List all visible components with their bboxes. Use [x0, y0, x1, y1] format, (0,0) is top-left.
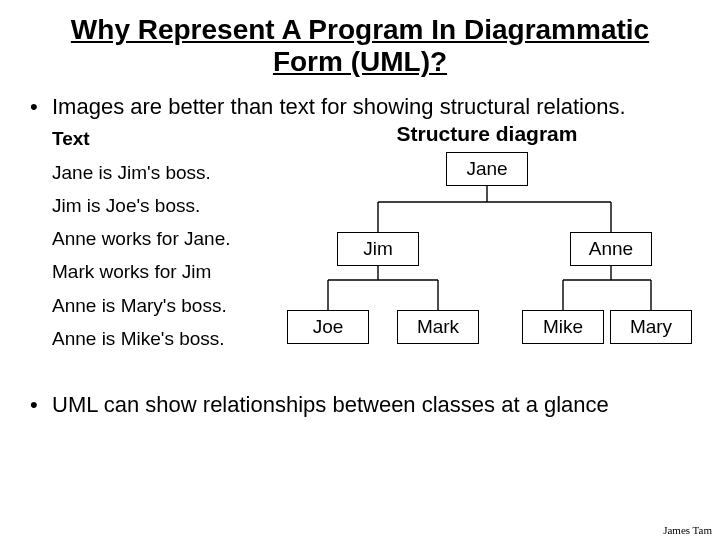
text-column-header: Text — [52, 122, 282, 155]
node-jane: Jane — [446, 152, 528, 186]
text-line: Jane is Jim's boss. — [52, 156, 282, 189]
node-anne: Anne — [570, 232, 652, 266]
author-footer: James Tam — [663, 524, 712, 536]
text-line: Mark works for Jim — [52, 255, 282, 288]
text-line: Jim is Joe's boss. — [52, 189, 282, 222]
structure-header: Structure diagram — [282, 122, 692, 146]
node-jim: Jim — [337, 232, 419, 266]
bullet-1: • Images are better than text for showin… — [0, 84, 720, 120]
bullet-1-text: Images are better than text for showing … — [52, 94, 690, 120]
diagram-column: Structure diagram Jane Jim A — [282, 122, 692, 362]
text-line: Anne is Mike's boss. — [52, 322, 282, 355]
node-joe: Joe — [287, 310, 369, 344]
node-mike: Mike — [522, 310, 604, 344]
slide-title: Why Represent A Program In Diagrammatic … — [0, 0, 720, 84]
bullet-marker: • — [30, 94, 52, 120]
node-mary: Mary — [610, 310, 692, 344]
org-tree: Jane Jim Anne Joe Mark Mike Mary — [282, 152, 692, 362]
bullet-marker: • — [30, 392, 52, 418]
text-line: Anne works for Jane. — [52, 222, 282, 255]
bullet-2-text: UML can show relationships between class… — [52, 392, 690, 418]
text-line: Anne is Mary's boss. — [52, 289, 282, 322]
text-column: Text Jane is Jim's boss. Jim is Joe's bo… — [52, 122, 282, 362]
bullet-2: • UML can show relationships between cla… — [0, 362, 720, 418]
node-mark: Mark — [397, 310, 479, 344]
